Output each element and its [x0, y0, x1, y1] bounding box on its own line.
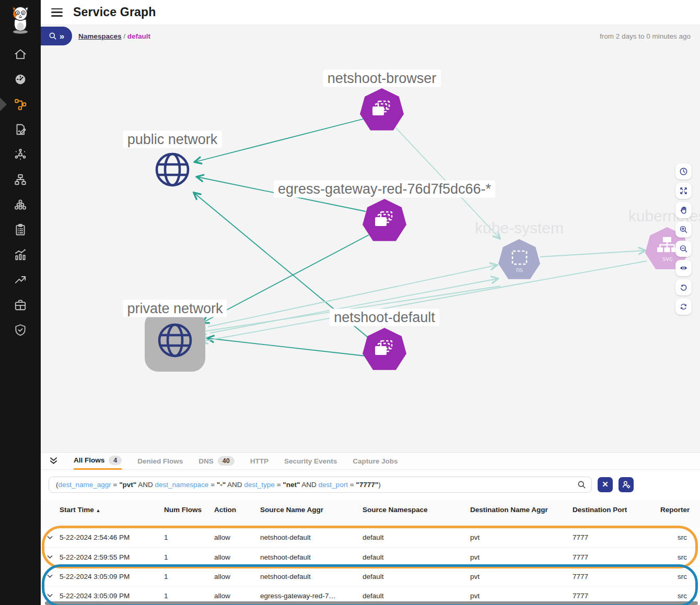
node-label-netshoot-default: netshoot-default [330, 309, 439, 326]
breadcrumb: Namespaces / default [78, 32, 150, 40]
column-header-dest_name_aggr[interactable]: Destination Name Aggr [470, 506, 573, 528]
cell-action: allow [214, 592, 260, 600]
cell-source_name_aggr: netshoot-default [260, 553, 363, 561]
node-label-public-network: public network [123, 131, 222, 148]
graph-node-kube-system[interactable]: ns [498, 239, 540, 281]
sort-asc-icon: ▲ [96, 508, 101, 513]
sidebar-item-clusters[interactable] [0, 193, 41, 216]
clusters-icon [14, 198, 27, 211]
node-label-kube-system: kube-system [471, 219, 568, 238]
cell-source_name_aggr: egress-gateway-red-7… [260, 592, 363, 600]
user-settings-button[interactable] [619, 477, 634, 492]
row-expand-chevron-icon[interactable] [47, 536, 60, 540]
tab-http[interactable]: HTTP [250, 453, 269, 470]
graph-node-egress-gateway[interactable] [363, 199, 406, 243]
cell-reporter: src [660, 592, 687, 600]
tab-denied-flows[interactable]: Denied Flows [137, 453, 183, 470]
undo-button[interactable] [675, 279, 692, 295]
time-button[interactable] [675, 163, 692, 180]
activity-icon [14, 248, 27, 262]
pan-icon [679, 206, 688, 215]
cell-dest_port: 7777 [573, 553, 660, 561]
tab-all-flows[interactable]: All Flows4 [74, 453, 122, 470]
graph-node-netshoot-browser[interactable] [360, 88, 404, 132]
flows-table-header: Start Time ▲Num FlowsActionSource Name A… [41, 501, 700, 528]
cell-dest_name_aggr: pvt [470, 573, 573, 580]
column-header-num_flows[interactable]: Num Flows [164, 506, 214, 528]
svg-text:svc: svc [662, 255, 673, 263]
column-header-dest_port[interactable]: Destination Port [573, 506, 660, 528]
tab-capture-jobs[interactable]: Capture Jobs [353, 453, 398, 470]
sidebar-item-home[interactable] [0, 43, 41, 66]
cell-start_time: 5-22-2024 3:05:09 PM [60, 592, 164, 600]
service-graph-canvas[interactable]: netshoot-browserpublic networkegress-gat… [41, 25, 700, 452]
zoom-out-button[interactable] [675, 241, 692, 257]
table-row[interactable]: 5-22-2024 3:05:09 PM1allownetshoot-defau… [41, 566, 700, 586]
endpoints-icon [14, 173, 27, 186]
user-gear-icon [622, 480, 631, 489]
graph-toolbar [675, 163, 692, 315]
breadcrumb-namespaces-link[interactable]: Namespaces [78, 32, 122, 40]
row-expand-chevron-icon[interactable] [47, 555, 60, 559]
graph-node-netshoot-default[interactable] [363, 328, 406, 372]
active-nav-marker [0, 98, 7, 111]
filter-query-input[interactable]: (dest_name_aggr = "pvt" AND dest_namespa… [49, 477, 592, 493]
node-label-private-network: private network [123, 300, 227, 317]
clear-filter-button[interactable]: ✕ [598, 477, 613, 492]
fit-button[interactable] [675, 183, 692, 199]
zoom-in-icon [679, 225, 688, 234]
row-expand-chevron-icon[interactable] [47, 594, 60, 598]
graph-node-private-network[interactable] [154, 319, 196, 363]
column-header-source_namespace[interactable]: Source Namespace [363, 506, 470, 528]
column-header-source_name_aggr[interactable]: Source Name Aggr [260, 506, 363, 528]
sidebar-item-activity[interactable] [0, 243, 41, 266]
zoom-in-button[interactable] [675, 221, 692, 238]
flow-edge [208, 338, 366, 356]
tab-security-events[interactable]: Security Events [284, 453, 337, 470]
security-icon [14, 323, 27, 337]
column-header-start_time[interactable]: Start Time ▲ [60, 506, 164, 528]
cell-dest_port: 7777 [573, 533, 660, 541]
tab-dns[interactable]: DNS40 [199, 453, 234, 470]
visibility-button[interactable] [675, 260, 692, 276]
sidebar-item-dashboard[interactable] [0, 68, 41, 91]
sidebar-item-endpoints[interactable] [0, 168, 41, 191]
sidebar-item-policies[interactable] [0, 118, 41, 141]
sidebar-item-nodes[interactable] [0, 143, 41, 166]
visibility-icon [679, 264, 688, 272]
horizontal-scrollbar[interactable] [45, 601, 698, 605]
calico-cat-logo[interactable] [0, 0, 41, 38]
flows-panel: All Flows4Denied FlowsDNS40HTTPSecurity … [41, 452, 700, 605]
column-header-action[interactable]: Action [214, 506, 260, 528]
search-icon[interactable] [577, 480, 586, 489]
storage-icon [14, 298, 27, 312]
graph-search-button[interactable]: » [41, 27, 72, 45]
expand-chevrons-icon: » [60, 32, 64, 41]
table-row[interactable]: 5-22-2024 2:54:46 PM1allownetshoot-defau… [41, 528, 700, 547]
sidebar-item-security[interactable] [0, 318, 41, 341]
cell-reporter: src [660, 553, 687, 561]
sidebar-item-compliance[interactable] [0, 218, 41, 241]
cell-action: allow [214, 573, 260, 580]
cell-num_flows: 1 [164, 592, 214, 600]
sidebar-item-storage[interactable] [0, 293, 41, 316]
filter-row: (dest_name_aggr = "pvt" AND dest_namespa… [41, 476, 700, 493]
hamburger-menu-icon[interactable] [51, 8, 63, 17]
refresh-button[interactable] [675, 299, 692, 315]
cell-start_time: 5-22-2024 2:59:55 PM [60, 553, 164, 561]
left-nav-rail [0, 0, 41, 605]
sidebar-item-trends[interactable] [0, 268, 41, 291]
table-row[interactable]: 5-22-2024 2:59:55 PM1allownetshoot-defau… [41, 547, 700, 566]
dashboard-icon [14, 73, 27, 86]
flow-edge [202, 261, 647, 341]
graph-node-public-network[interactable] [151, 149, 193, 193]
policies-icon [14, 123, 27, 136]
cell-action: allow [214, 553, 260, 561]
column-header-reporter[interactable]: Reporter [660, 506, 690, 528]
breadcrumb-current: default [127, 32, 150, 40]
tab-badge: 40 [218, 456, 235, 466]
row-expand-chevron-icon[interactable] [47, 574, 60, 578]
collapse-panel-icon[interactable] [49, 457, 58, 465]
pan-button[interactable] [675, 202, 692, 218]
cell-start_time: 5-22-2024 2:54:46 PM [60, 533, 164, 541]
